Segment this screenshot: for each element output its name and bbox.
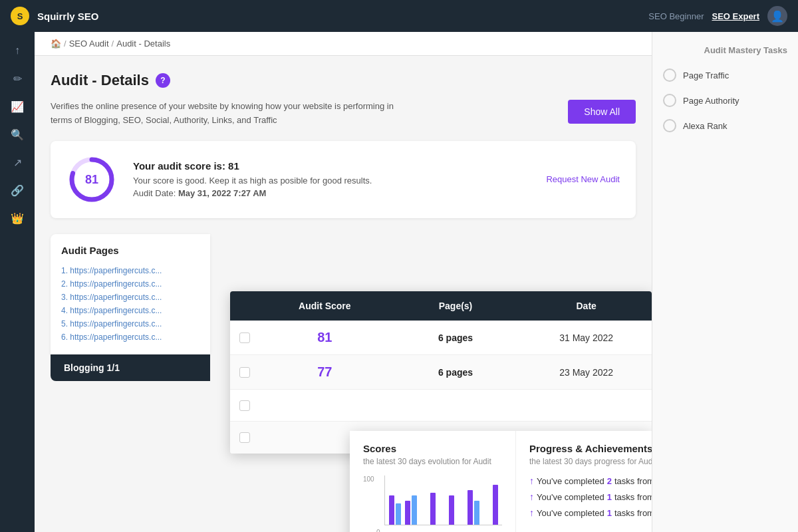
- mastery-item-page-traffic[interactable]: Page Traffic: [663, 68, 787, 82]
- table-row: 81 6 pages 31 May 2022: [230, 321, 652, 355]
- topnav-logo: S: [11, 7, 29, 25]
- mastery-radio-2[interactable]: [663, 94, 676, 107]
- show-all-button[interactable]: Show All: [568, 100, 636, 124]
- mastery-label-3: Alexa Rank: [683, 121, 727, 131]
- breadcrumb-home-icon[interactable]: 🏠: [51, 39, 61, 49]
- page-title: Audit - Details: [51, 72, 149, 89]
- chart-label-0: 0: [376, 529, 380, 532]
- progress-item-1: ↑ You've completed 2 tasks from Seo: [529, 475, 652, 486]
- mastery-radio-3[interactable]: [663, 119, 676, 132]
- progress-panel-title: Progress & Achievements: [529, 443, 652, 454]
- bar-group-6: [449, 495, 454, 525]
- bottom-panels: Scores the latest 30 days evolution for …: [350, 431, 652, 532]
- table-header-date: Date: [521, 291, 652, 321]
- breadcrumb-current: Audit - Details: [116, 39, 170, 49]
- audit-page-item-5[interactable]: 5. https://paperfingercuts.c...: [61, 317, 200, 331]
- progress-panel: Progress & Achievements the latest 30 da…: [516, 431, 652, 532]
- page-title-row: Audit - Details ?: [51, 72, 636, 89]
- mastery-item-page-authority[interactable]: Page Authority: [663, 94, 787, 107]
- main-content: 🏠 / SEO Audit / Audit - Details Audit - …: [35, 32, 652, 532]
- bar-group-10: [493, 485, 498, 525]
- progress-arrow-icon: ↑: [529, 475, 534, 486]
- score-number: 81: [85, 172, 98, 186]
- chart-label-100: 100: [363, 475, 374, 483]
- breadcrumb: 🏠 / SEO Audit / Audit - Details: [35, 32, 652, 56]
- row2-date: 23 May 2022: [521, 367, 652, 378]
- bar-group-2: [405, 495, 417, 525]
- left-sidebar: ↑ ✏ 📈 🔍 ↗ 🔗 👑: [0, 32, 35, 532]
- progress-item-3: ↑ You've completed 1 tasks from Inbo...: [529, 507, 652, 518]
- bar-group-8: [467, 490, 479, 525]
- row3-check[interactable]: [230, 400, 259, 411]
- audit-pages-title: Audit Pages: [61, 245, 200, 256]
- progress-count-3[interactable]: 1: [607, 508, 612, 518]
- scores-panel-subtitle: the latest 30 days evolution for Audit: [363, 457, 502, 466]
- score-title: Your audit score is: 81: [133, 160, 530, 172]
- mastery-label-2: Page Authority: [683, 96, 739, 106]
- progress-panel-subtitle: the latest 30 days progress for Audit Pa…: [529, 457, 652, 466]
- breadcrumb-sep1: /: [64, 39, 66, 49]
- audit-page-item-2[interactable]: 2. https://paperfingercuts.c...: [61, 277, 200, 291]
- row1-check[interactable]: [230, 332, 259, 343]
- bar-group-4: [430, 493, 436, 525]
- audit-table: Audit Score Page(s) Date 81 6 pages 31 M…: [230, 291, 652, 454]
- scores-panel-title: Scores: [363, 443, 502, 454]
- seo-expert-link[interactable]: SEO Expert: [712, 11, 759, 21]
- bar-group-1: [389, 495, 401, 525]
- score-info: Your audit score is: 81 Your score is go…: [133, 160, 530, 198]
- nav-icon-edit[interactable]: ✏: [5, 66, 29, 90]
- seo-beginner-link[interactable]: SEO Beginner: [648, 11, 704, 21]
- nav-icon-search[interactable]: 🔍: [5, 122, 29, 146]
- score-card: 81 Your audit score is: 81 Your score is…: [51, 141, 636, 218]
- table-header-check: [230, 291, 259, 321]
- row4-check[interactable]: [230, 432, 259, 443]
- table-header: Audit Score Page(s) Date: [230, 291, 652, 321]
- progress-count-2[interactable]: 1: [607, 492, 612, 502]
- table-row: 77 6 pages 23 May 2022: [230, 355, 652, 390]
- score-circle: 81: [66, 154, 117, 205]
- mastery-radio-1[interactable]: [663, 68, 676, 82]
- progress-arrow-icon-3: ↑: [529, 507, 534, 518]
- page-description: Verifies the online presence of your web…: [51, 100, 541, 128]
- audit-page-item-6[interactable]: 6. https://paperfingercuts.c...: [61, 331, 200, 344]
- row1-score: 81: [259, 330, 390, 345]
- nav-icon-link[interactable]: 🔗: [5, 178, 29, 202]
- nav-icon-crown[interactable]: 👑: [5, 206, 29, 230]
- user-avatar[interactable]: 👤: [767, 6, 787, 26]
- brand-name: Squirrly SEO: [37, 11, 99, 22]
- scores-panel: Scores the latest 30 days evolution for …: [350, 431, 516, 532]
- mastery-label-1: Page Traffic: [683, 70, 729, 80]
- mastery-item-alexa-rank[interactable]: Alexa Rank: [663, 119, 787, 132]
- help-icon[interactable]: ?: [156, 73, 170, 88]
- row2-check[interactable]: [230, 367, 259, 378]
- audit-page-item-4[interactable]: 4. https://paperfingercuts.c...: [61, 304, 200, 317]
- table-header-pages: Page(s): [390, 291, 521, 321]
- progress-item-2: ↑ You've completed 1 tasks from Socia...: [529, 491, 652, 502]
- bar-chart: [384, 475, 502, 525]
- audit-page-item-1[interactable]: 1. https://paperfingercuts.c...: [61, 264, 200, 277]
- right-sidebar-title: Audit Mastery Tasks: [663, 45, 787, 55]
- row2-score: 77: [259, 364, 390, 380]
- row1-pages: 6 pages: [390, 332, 521, 343]
- nav-icon-chart[interactable]: 📈: [5, 94, 29, 118]
- progress-arrow-icon-2: ↑: [529, 491, 534, 502]
- progress-count-1[interactable]: 2: [607, 476, 612, 486]
- nav-icon-up[interactable]: ↑: [5, 39, 29, 63]
- audit-page-item-3[interactable]: 3. https://paperfingercuts.c...: [61, 291, 200, 304]
- right-sidebar: Audit Mastery Tasks Page Traffic Page Au…: [652, 32, 798, 532]
- row2-pages: 6 pages: [390, 367, 521, 378]
- request-new-audit-link[interactable]: Request New Audit: [546, 174, 620, 184]
- audit-pages-list: Audit Pages 1. https://paperfingercuts.c…: [51, 234, 210, 354]
- nav-icon-share[interactable]: ↗: [5, 150, 29, 174]
- breadcrumb-seo-audit[interactable]: SEO Audit: [69, 39, 109, 49]
- table-row: [230, 390, 652, 422]
- table-header-score: Audit Score: [259, 291, 390, 321]
- breadcrumb-sep2: /: [112, 39, 114, 49]
- row1-date: 31 May 2022: [521, 332, 652, 343]
- blogging-bar[interactable]: Blogging 1/1: [51, 354, 210, 381]
- score-date: Audit Date: May 31, 2022 7:27 AM: [133, 188, 530, 198]
- score-desc: Your score is good. Keep it as high as p…: [133, 176, 530, 186]
